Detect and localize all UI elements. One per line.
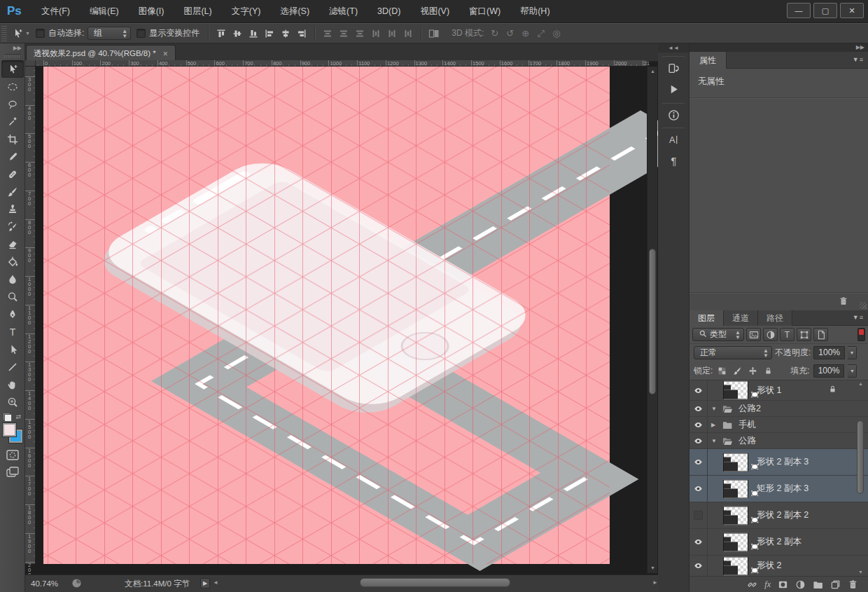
- 3d-mode-icon-3[interactable]: ⊕: [518, 28, 533, 39]
- menu-item-6[interactable]: 选择(S): [270, 0, 319, 23]
- lock-all-icon[interactable]: [762, 365, 774, 377]
- horizontal-ruler[interactable]: 0100200300400500600700800900100011001200…: [25, 60, 647, 67]
- scroll-up-icon[interactable]: ▲: [856, 381, 865, 386]
- dist-bottom-icon[interactable]: [352, 27, 368, 41]
- visibility-cell[interactable]: [690, 449, 708, 475]
- panel-menu-icon[interactable]: ▼≡: [853, 56, 864, 63]
- visibility-cell[interactable]: [690, 433, 708, 448]
- menu-item-7[interactable]: 滤镜(T): [319, 0, 368, 23]
- filter-adjust-button[interactable]: [763, 328, 778, 341]
- collapse-caret-icon[interactable]: ▼: [711, 438, 717, 444]
- wand-tool[interactable]: [1, 113, 24, 130]
- align-bottom-icon[interactable]: [246, 27, 261, 41]
- lock-transparency-icon[interactable]: [716, 365, 728, 377]
- visibility-cell[interactable]: [690, 476, 708, 502]
- dist-top-icon[interactable]: [320, 27, 335, 41]
- expand-caret-icon[interactable]: ▶: [711, 422, 715, 428]
- document-tab-close-icon[interactable]: ×: [163, 49, 168, 59]
- maximize-button[interactable]: ▢: [813, 3, 837, 18]
- layer-row-形状-2[interactable]: 形状 2: [690, 556, 868, 576]
- play-panel-button[interactable]: [662, 78, 685, 99]
- layer-thumbnail[interactable]: [723, 556, 748, 575]
- fx-button[interactable]: fx: [764, 579, 771, 590]
- vertical-scrollbar[interactable]: ▲ ▼: [647, 67, 657, 573]
- zoom-tool[interactable]: [1, 393, 24, 411]
- horizontal-scroll-thumb[interactable]: [360, 578, 510, 587]
- visibility-cell[interactable]: [690, 502, 708, 528]
- 3d-mode-icon-1[interactable]: ↻: [487, 28, 502, 39]
- layers-scrollbar[interactable]: ▲ ▼: [856, 380, 865, 576]
- align-center-icon[interactable]: [278, 27, 293, 41]
- adjust-button[interactable]: [795, 579, 806, 590]
- info-panel-button[interactable]: [662, 103, 685, 124]
- horizontal-scrollbar[interactable]: ◄ ►: [213, 577, 658, 589]
- layer-row-形状-1[interactable]: 形状 1: [690, 380, 868, 401]
- tool-preset-caret-icon[interactable]: ▼: [25, 31, 30, 36]
- toolbar-collapse-icon[interactable]: ▶▶: [0, 43, 24, 53]
- layer-row-矩形-2-副本-3[interactable]: 矩形 2 副本 3: [690, 476, 868, 502]
- dist-middle-icon[interactable]: [336, 27, 351, 41]
- layer-row-公路2[interactable]: ▼公路2: [690, 401, 868, 417]
- link-button[interactable]: [747, 579, 757, 590]
- panel-menu-icon[interactable]: ▼≡: [853, 314, 864, 321]
- tab-channels[interactable]: 通道: [724, 310, 758, 326]
- bucket-tool[interactable]: [1, 253, 24, 270]
- quick-mask-button[interactable]: [1, 447, 24, 464]
- layer-row-形状-2-副本[interactable]: 形状 2 副本: [690, 529, 868, 556]
- para-panel-button[interactable]: ¶: [662, 150, 685, 171]
- options-grip[interactable]: [1, 26, 7, 41]
- layer-thumbnail[interactable]: [723, 453, 748, 471]
- filter-typeT-button[interactable]: T: [780, 328, 794, 341]
- menu-item-3[interactable]: 图像(I): [129, 0, 174, 23]
- visibility-cell[interactable]: [690, 556, 708, 576]
- scroll-left-icon[interactable]: ◄: [213, 579, 218, 586]
- swap-colors-icon[interactable]: ⇄: [15, 413, 21, 422]
- menu-item-2[interactable]: 编辑(E): [80, 0, 129, 23]
- menu-item-9[interactable]: 视图(V): [410, 0, 459, 23]
- zoom-level-field[interactable]: 40.74%: [31, 578, 67, 589]
- 3d-mode-icon-2[interactable]: ↺: [503, 28, 517, 39]
- minimize-button[interactable]: —: [787, 3, 811, 18]
- pen-tool[interactable]: [1, 305, 24, 323]
- dist-center-icon[interactable]: [384, 27, 400, 41]
- show-transform-checkbox[interactable]: [136, 29, 146, 38]
- layer-thumbnail[interactable]: [723, 479, 748, 498]
- panel-resize-grip[interactable]: [860, 302, 867, 309]
- scroll-down-icon[interactable]: ▼: [856, 570, 865, 574]
- menu-item-11[interactable]: 帮助(H): [510, 0, 559, 23]
- stamp-tool[interactable]: [1, 200, 24, 218]
- newfolder-button[interactable]: [813, 579, 823, 590]
- align-left-icon[interactable]: [262, 27, 277, 41]
- type-tool[interactable]: T: [1, 323, 24, 340]
- document-tab[interactable]: 透视效果2.psd @ 40.7%(RGB/8) * ×: [26, 45, 176, 62]
- dist-left-icon[interactable]: [368, 27, 384, 41]
- menu-item-4[interactable]: 图层(L): [174, 0, 221, 23]
- tab-properties[interactable]: 属性: [690, 52, 727, 69]
- lock-position-icon[interactable]: [747, 365, 759, 377]
- dock-expand-icon[interactable]: ◄◄: [658, 43, 689, 53]
- layers-scroll-thumb[interactable]: [857, 420, 864, 494]
- marquee-tool[interactable]: [1, 78, 24, 95]
- lock-pixels-icon[interactable]: [732, 365, 743, 377]
- screen-mode-button[interactable]: [1, 464, 24, 481]
- scroll-down-icon[interactable]: ▼: [648, 563, 658, 573]
- layer-row-形状-2-副本-3[interactable]: 形状 2 副本 3: [690, 449, 868, 476]
- scroll-up-icon[interactable]: ▲: [648, 67, 658, 76]
- align-top-icon[interactable]: [214, 27, 229, 41]
- scroll-right-icon[interactable]: ►: [652, 579, 658, 586]
- blend-mode-dropdown[interactable]: 正常▲▼: [694, 346, 772, 359]
- char-panel-button[interactable]: A: [662, 128, 685, 149]
- filter-page-button[interactable]: [813, 328, 828, 341]
- layer-thumbnail[interactable]: [723, 506, 748, 525]
- foreground-color-swatch[interactable]: [3, 423, 16, 436]
- visibility-cell[interactable]: [690, 401, 708, 416]
- status-flyout-button[interactable]: ▶: [200, 578, 210, 588]
- visibility-cell[interactable]: [690, 380, 708, 400]
- menu-item-8[interactable]: 3D(D): [368, 0, 410, 23]
- layer-row-形状-2-副本-2[interactable]: 形状 2 副本 2: [690, 502, 868, 529]
- dist-right-icon[interactable]: [400, 27, 416, 41]
- dock-collapse-icon[interactable]: ▶▶: [690, 43, 868, 52]
- crop-tool[interactable]: [1, 130, 24, 148]
- auto-select-checkbox[interactable]: [36, 29, 45, 38]
- filter-toggle-switch[interactable]: [858, 328, 865, 341]
